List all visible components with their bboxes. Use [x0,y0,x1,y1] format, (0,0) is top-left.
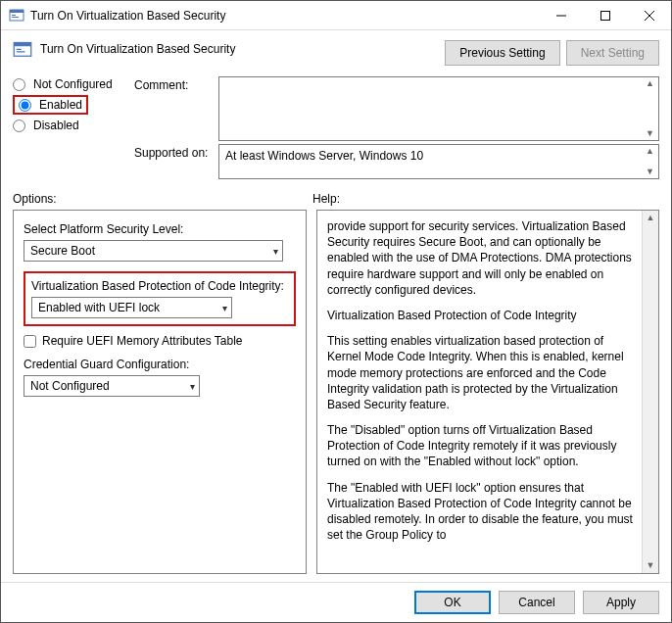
chevron-down-icon: ▾ [273,246,278,257]
scroll-down-icon[interactable]: ▼ [646,168,654,176]
supported-scrollbar[interactable]: ▲ ▼ [642,145,658,178]
ok-button[interactable]: OK [414,591,491,614]
form-top: Not Configured Enabled Disabled Comment:… [1,73,671,188]
state-radios: Not Configured Enabled Disabled [13,73,115,182]
help-text: provide support for security services. V… [327,218,639,298]
radio-disabled-input[interactable] [13,120,25,132]
radio-disabled[interactable]: Disabled [13,117,115,134]
next-setting-button: Next Setting [566,40,659,66]
credential-guard-label: Credential Guard Configuration: [24,358,296,371]
help-heading: Virtualization Based Protection of Code … [327,308,639,323]
require-mat-input[interactable] [24,335,36,348]
comment-scrollbar[interactable]: ▲ ▼ [642,77,658,140]
minimize-button[interactable] [539,1,583,29]
maximize-button[interactable] [583,1,627,29]
chevron-down-icon: ▾ [190,381,195,392]
radio-disabled-label: Disabled [33,119,79,132]
cancel-button[interactable]: Cancel [499,591,575,614]
policy-icon [13,40,32,60]
section-labels: Options: Help: [1,188,671,210]
header: Turn On Virtualization Based Security Pr… [1,30,671,73]
credential-guard-select[interactable]: Not Configured ▾ [24,375,200,397]
platform-level-select[interactable]: Secure Boot ▾ [24,240,283,262]
require-mat-checkbox[interactable]: Require UEFI Memory Attributes Table [24,334,296,348]
scroll-up-icon[interactable]: ▲ [646,147,654,156]
svg-rect-10 [17,49,22,50]
radio-enabled-highlight: Enabled [13,95,88,115]
radio-not-configured-input[interactable] [13,78,25,91]
chevron-down-icon: ▾ [222,303,227,313]
radio-not-configured[interactable]: Not Configured [13,75,115,93]
svg-rect-9 [14,43,31,47]
scroll-down-icon[interactable]: ▼ [646,129,654,138]
radio-not-configured-label: Not Configured [33,77,113,91]
radio-enabled[interactable]: Enabled [19,98,82,112]
columns: Select Platform Security Level: Secure B… [1,210,671,582]
app-icon [9,8,24,24]
header-title: Turn On Virtualization Based Security [40,40,437,56]
previous-setting-button[interactable]: Previous Setting [445,40,559,66]
require-mat-label: Require UEFI Memory Attributes Table [42,334,243,348]
svg-rect-2 [12,15,16,16]
help-scrollbar[interactable]: ▲ ▼ [642,211,658,573]
scroll-up-icon[interactable]: ▲ [646,79,654,88]
comment-label: Comment: [134,76,218,92]
help-text: The "Disabled" option turns off Virtuali… [327,422,639,470]
credential-guard-value: Not Configured [30,379,110,393]
svg-rect-5 [600,11,609,20]
platform-level-value: Secure Boot [30,244,95,258]
footer: OK Cancel Apply [1,582,671,622]
options-label: Options: [13,192,312,206]
vbp-select[interactable]: Enabled with UEFI lock ▾ [31,297,232,318]
supported-box: At least Windows Server, Windows 10 ▲ ▼ [218,144,659,179]
svg-rect-3 [12,17,19,18]
comment-textarea[interactable]: ▲ ▼ [218,76,659,141]
supported-value: At least Windows Server, Windows 10 [225,149,423,163]
svg-rect-11 [17,51,25,52]
platform-level-label: Select Platform Security Level: [24,222,296,236]
vbp-value: Enabled with UEFI lock [38,301,160,314]
scroll-up-icon[interactable]: ▲ [647,211,655,225]
scroll-down-icon[interactable]: ▼ [647,558,655,573]
vbp-label: Virtualization Based Protection of Code … [31,279,288,293]
options-panel: Select Platform Security Level: Secure B… [13,210,307,574]
radio-enabled-label: Enabled [39,98,82,112]
supported-label: Supported on: [134,144,218,160]
help-panel: provide support for security services. V… [316,210,659,574]
window-title: Turn On Virtualization Based Security [30,9,539,23]
titlebar: Turn On Virtualization Based Security [1,1,671,30]
vbp-highlight: Virtualization Based Protection of Code … [24,271,296,326]
help-text: This setting enables virtualization base… [327,333,639,412]
window-controls [539,1,671,29]
help-label: Help: [312,192,659,206]
help-text: The "Enabled with UEFI lock" option ensu… [327,480,639,544]
apply-button[interactable]: Apply [583,591,659,614]
radio-enabled-input[interactable] [19,99,31,112]
svg-rect-1 [10,10,24,13]
close-button[interactable] [627,1,671,29]
